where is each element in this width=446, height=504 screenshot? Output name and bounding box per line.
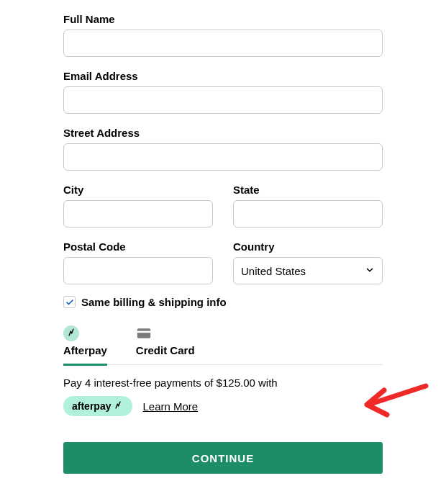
payment-tabs: Afterpay Credit Card bbox=[63, 323, 383, 365]
tab-creditcard-label: Credit Card bbox=[136, 344, 195, 356]
state-label: State bbox=[233, 184, 383, 196]
tab-afterpay-label: Afterpay bbox=[63, 344, 107, 356]
country-value: United States bbox=[241, 265, 306, 277]
street-input[interactable] bbox=[63, 143, 383, 171]
afterpay-icon bbox=[63, 325, 79, 341]
city-input[interactable] bbox=[63, 200, 213, 228]
check-icon bbox=[65, 298, 74, 307]
svg-rect-1 bbox=[137, 331, 150, 333]
svg-rect-0 bbox=[137, 328, 150, 338]
postal-input[interactable] bbox=[63, 257, 213, 284]
afterpay-badge-text: afterpay bbox=[72, 400, 111, 412]
creditcard-icon bbox=[136, 325, 152, 341]
country-label: Country bbox=[233, 240, 383, 253]
afterpay-badge: afterpay bbox=[63, 396, 132, 416]
continue-button[interactable]: CONTINUE bbox=[63, 442, 383, 474]
learn-more-link[interactable]: Learn More bbox=[142, 400, 198, 413]
tab-creditcard[interactable]: Credit Card bbox=[136, 323, 195, 364]
tab-afterpay[interactable]: Afterpay bbox=[63, 323, 107, 366]
country-select[interactable]: United States bbox=[233, 257, 383, 284]
state-input[interactable] bbox=[233, 200, 383, 228]
street-label: Street Address bbox=[63, 127, 383, 139]
postal-label: Postal Code bbox=[63, 240, 213, 253]
email-label: Email Address bbox=[63, 70, 383, 82]
full-name-input[interactable] bbox=[63, 30, 383, 57]
same-billing-label: Same billing & shipping info bbox=[81, 296, 227, 308]
same-billing-checkbox[interactable] bbox=[63, 296, 76, 308]
afterpay-loop-icon bbox=[112, 401, 124, 411]
city-label: City bbox=[63, 184, 213, 196]
chevron-down-icon bbox=[365, 265, 375, 277]
full-name-label: Full Name bbox=[63, 13, 383, 25]
email-input[interactable] bbox=[63, 86, 383, 114]
afterpay-message: Pay 4 interest-free payments of $125.00 … bbox=[63, 377, 383, 389]
